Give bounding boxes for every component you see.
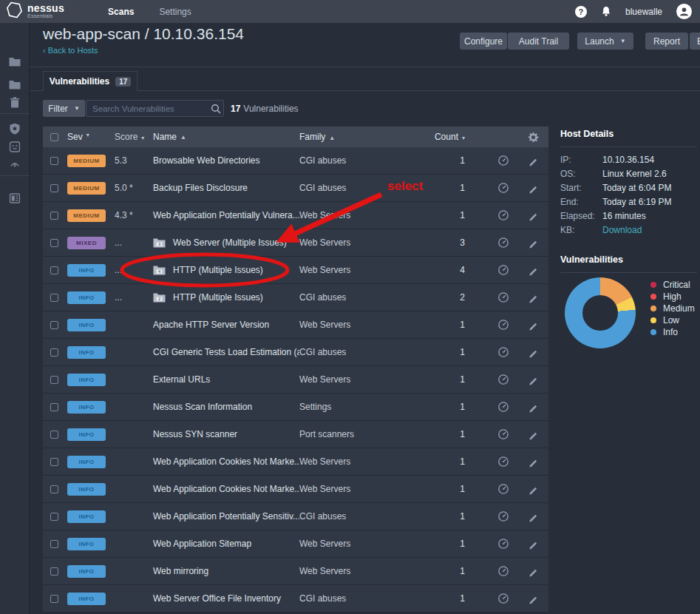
modify-dial-icon[interactable]	[495, 483, 512, 495]
edit-pencil-icon[interactable]	[525, 429, 541, 440]
my-scans-folder-icon[interactable]	[9, 56, 21, 70]
modify-dial-icon[interactable]	[495, 538, 512, 550]
edit-pencil-icon[interactable]	[525, 347, 541, 358]
search-icon[interactable]	[211, 104, 221, 114]
modify-dial-icon[interactable]	[495, 291, 512, 303]
edit-pencil-icon[interactable]	[525, 539, 541, 550]
modify-dial-icon[interactable]	[495, 401, 512, 413]
notifications-bell-icon[interactable]	[601, 6, 611, 17]
modify-dial-icon[interactable]	[495, 565, 512, 577]
edit-pencil-icon[interactable]	[525, 456, 541, 468]
table-row[interactable]: INFO Apache HTTP Server Version Web Serv…	[43, 311, 548, 339]
edit-pencil-icon[interactable]	[525, 237, 541, 249]
row-checkbox[interactable]	[50, 376, 58, 384]
table-row[interactable]: INFO Web Application Sitemap Web Servers…	[43, 530, 548, 558]
col-name[interactable]: Name▲	[153, 132, 299, 142]
row-checkbox[interactable]	[50, 348, 58, 357]
back-to-hosts-link[interactable]: ‹ Back to Hosts	[43, 46, 98, 55]
table-settings-gear-icon[interactable]	[525, 132, 541, 143]
all-scans-folder-icon[interactable]	[9, 79, 21, 92]
edit-pencil-icon[interactable]	[525, 155, 541, 166]
table-row[interactable]: INFO External URLs Web Servers 1	[43, 366, 548, 394]
modify-dial-icon[interactable]	[495, 319, 512, 331]
row-checkbox[interactable]	[50, 567, 58, 576]
col-count[interactable]: Count▾	[418, 132, 465, 142]
modify-dial-icon[interactable]	[495, 593, 512, 604]
table-row[interactable]: MEDIUM 5.0 * Backup Files Disclosure CGI…	[43, 175, 548, 202]
user-avatar[interactable]	[676, 4, 692, 19]
edit-pencil-icon[interactable]	[525, 265, 541, 276]
scanners-radar-icon[interactable]	[9, 158, 21, 171]
row-checkbox[interactable]	[50, 595, 58, 603]
tab-vulnerabilities[interactable]: Vulnerabilities 17	[43, 71, 137, 91]
edit-pencil-icon[interactable]	[525, 593, 541, 604]
modify-dial-icon[interactable]	[495, 428, 512, 440]
edit-pencil-icon[interactable]	[525, 484, 541, 495]
table-row[interactable]: INFO Nessus Scan Information Settings 1	[43, 394, 548, 421]
policies-shield-icon[interactable]	[9, 123, 20, 138]
row-checkbox[interactable]	[50, 266, 58, 274]
row-checkbox[interactable]	[50, 540, 58, 548]
audit-trail-button[interactable]: Audit Trail	[508, 33, 569, 50]
kb-download-link[interactable]: Download	[602, 225, 642, 235]
edit-pencil-icon[interactable]	[525, 566, 541, 577]
report-button[interactable]: Report	[645, 33, 688, 50]
modify-dial-icon[interactable]	[495, 374, 512, 385]
table-row[interactable]: INFO Web Application Cookies Not Marke..…	[43, 476, 548, 503]
table-row[interactable]: INFO ... 2 HTTP (Multiple Issues) CGI ab…	[43, 284, 548, 311]
nav-scans[interactable]: Scans	[95, 0, 146, 23]
row-checkbox[interactable]	[50, 212, 58, 220]
row-checkbox[interactable]	[50, 239, 58, 247]
select-all-checkbox[interactable]	[50, 133, 58, 141]
table-row[interactable]: INFO Web mirroring Web Servers 1	[43, 558, 548, 585]
edit-pencil-icon[interactable]	[525, 402, 541, 413]
edit-pencil-icon[interactable]	[525, 183, 541, 194]
table-row[interactable]: INFO Web Application Cookies Not Marke..…	[43, 448, 548, 476]
table-row[interactable]: INFO Web Server Office File Inventory CG…	[43, 585, 548, 613]
row-checkbox[interactable]	[50, 184, 58, 192]
modify-dial-icon[interactable]	[495, 456, 512, 468]
table-row[interactable]: MEDIUM 4.3 * Web Application Potentially…	[43, 202, 548, 229]
help-icon[interactable]: ?	[575, 6, 587, 18]
table-row[interactable]: INFO Nessus SYN scanner Port scanners 1	[43, 421, 548, 448]
col-sev[interactable]: Sev▾	[67, 132, 106, 142]
trash-icon[interactable]	[10, 97, 19, 111]
row-checkbox[interactable]	[50, 157, 58, 165]
nav-settings[interactable]: Settings	[146, 0, 203, 23]
vulnerabilities-donut-chart[interactable]	[565, 277, 636, 348]
modify-dial-icon[interactable]	[495, 237, 512, 249]
row-checkbox[interactable]	[50, 513, 58, 521]
table-row[interactable]: INFO ... 4 HTTP (Multiple Issues) Web Se…	[43, 257, 548, 284]
terrascan-notebook-icon[interactable]	[9, 193, 20, 206]
col-score[interactable]: Score▾	[115, 132, 150, 142]
edit-pencil-icon[interactable]	[525, 320, 541, 331]
row-checkbox[interactable]	[50, 294, 58, 302]
modify-dial-icon[interactable]	[495, 155, 512, 166]
export-button[interactable]: Export	[690, 33, 700, 50]
modify-dial-icon[interactable]	[495, 182, 512, 194]
username[interactable]: bluewalle	[625, 7, 662, 17]
row-checkbox[interactable]	[50, 458, 58, 466]
row-checkbox[interactable]	[50, 485, 58, 493]
configure-button[interactable]: Configure	[460, 33, 507, 50]
edit-pencil-icon[interactable]	[525, 292, 541, 303]
row-checkbox[interactable]	[50, 431, 58, 439]
row-checkbox[interactable]	[50, 403, 58, 411]
table-row[interactable]: INFO CGI Generic Tests Load Estimation (…	[43, 339, 548, 366]
filter-button[interactable]: Filter ▼	[43, 100, 85, 117]
modify-dial-icon[interactable]	[495, 510, 512, 522]
edit-pencil-icon[interactable]	[525, 374, 541, 385]
plugin-rules-icon[interactable]	[9, 141, 20, 155]
table-row[interactable]: INFO Web Application Potentially Sensiti…	[43, 503, 548, 530]
col-family[interactable]: Family▲	[299, 132, 418, 142]
modify-dial-icon[interactable]	[495, 209, 512, 221]
launch-button[interactable]: Launch ▼	[577, 33, 633, 50]
table-row[interactable]: MIXED ... 3 Web Server (Multiple Issues)…	[43, 229, 548, 257]
modify-dial-icon[interactable]	[495, 346, 512, 358]
edit-pencil-icon[interactable]	[525, 210, 541, 221]
search-input[interactable]	[86, 104, 211, 113]
nessus-logo[interactable]: nessus Essentials	[6, 1, 64, 22]
edit-pencil-icon[interactable]	[525, 511, 541, 522]
table-row[interactable]: MEDIUM 5.3 Browsable Web Directories CGI…	[43, 147, 548, 175]
modify-dial-icon[interactable]	[495, 264, 512, 276]
